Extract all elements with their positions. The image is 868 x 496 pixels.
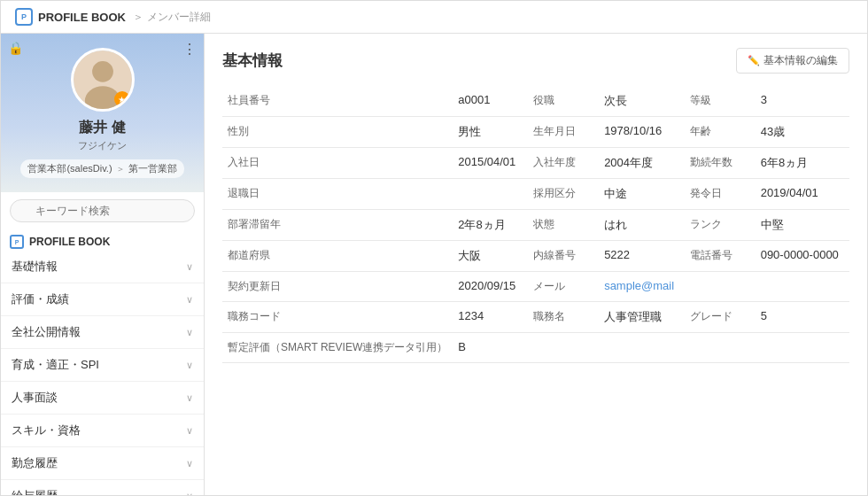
header-logo-label: PROFILE BOOK (38, 11, 126, 24)
value-cell (453, 179, 528, 210)
sidebar-item-label-7: 給与履歴 (12, 488, 58, 495)
value-cell: 5222 (599, 241, 685, 272)
value-cell: 2004年度 (599, 148, 685, 179)
sidebar-logo-icon: P (10, 235, 24, 249)
label-cell: 生年月日 (528, 117, 599, 148)
value-cell: 5 (756, 302, 849, 333)
value-cell: はれ (599, 210, 685, 241)
dept1-label: 営業本部(salesDiv.) (27, 162, 112, 175)
breadcrumb-separator: ＞ (133, 10, 143, 25)
value-cell: 2年8ヵ月 (453, 210, 528, 241)
value-cell: 2020/09/15 (453, 272, 528, 302)
label-cell: 電話番号 (685, 241, 756, 272)
chevron-down-icon-4: ∨ (186, 392, 193, 404)
value-cell: 6年8ヵ月 (756, 148, 849, 179)
sidebar-item-skill[interactable]: スキル・資格 ∨ (1, 415, 204, 447)
info-table: 社員番号 a0001 役職 次長 等級 3 性別 男性 生年月日 1978/10… (222, 86, 849, 363)
dept-arrow: ＞ (116, 163, 125, 175)
table-row: 契約更新日 2020/09/15 メール sample@mail (222, 272, 849, 302)
value-cell: 090-0000-0000 (756, 241, 849, 272)
label-cell: 状態 (528, 210, 599, 241)
value-cell: sample@mail (599, 272, 685, 302)
table-row: 性別 男性 生年月日 1978/10/16 年齢 43歳 (222, 117, 849, 148)
label-cell: メール (528, 272, 599, 302)
label-cell (685, 272, 756, 302)
value-cell: 中堅 (756, 210, 849, 241)
sidebar-item-label-6: 勤怠履歴 (12, 455, 58, 471)
sidebar-item-label-3: 育成・適正・SPI (12, 357, 99, 373)
value-cell (756, 333, 849, 363)
label-cell: 等級 (685, 86, 756, 117)
value-cell: B (453, 333, 528, 363)
label-cell (528, 333, 599, 363)
label-cell: グレード (685, 302, 756, 333)
edit-basic-info-button[interactable]: ✏️ 基本情報の編集 (736, 48, 849, 74)
breadcrumb-item: メンバー詳細 (147, 10, 211, 25)
search-box: 🔍 (1, 192, 204, 229)
sidebar-logo: P PROFILE BOOK (1, 229, 204, 251)
label-cell: 退職日 (222, 179, 453, 210)
value-cell: 1978/10/16 (599, 117, 685, 148)
sidebar-item-kyuyo[interactable]: 給与履歴 ∨ (1, 480, 204, 495)
table-row: 都道府県 大阪 内線番号 5222 電話番号 090-0000-0000 (222, 241, 849, 272)
label-cell: 都道府県 (222, 241, 453, 272)
label-cell: 入社日 (222, 148, 453, 179)
label-cell: 発令日 (685, 179, 756, 210)
sidebar-item-kisojohо[interactable]: 基礎情報 ∨ (1, 251, 204, 283)
label-cell: 社員番号 (222, 86, 453, 117)
main-content: 🔒 ⋮ ★ 藤井 健 フジイケン 営業本部(salesDiv.) ＞ 第 (1, 34, 867, 495)
search-wrapper: 🔍 (10, 199, 195, 222)
label-cell: ランク (685, 210, 756, 241)
label-cell: 職務名 (528, 302, 599, 333)
sidebar-item-hyouka[interactable]: 評価・成績 ∨ (1, 283, 204, 316)
chevron-down-icon-3: ∨ (186, 360, 193, 371)
label-cell: 職務コード (222, 302, 453, 333)
table-row: 入社日 2015/04/01 入社年度 2004年度 勤続年数 6年8ヵ月 (222, 148, 849, 179)
value-cell: 2015/04/01 (453, 148, 528, 179)
value-cell: 男性 (453, 117, 528, 148)
label-cell: 採用区分 (528, 179, 599, 210)
value-cell: 1234 (453, 302, 528, 333)
sidebar-item-zensya[interactable]: 全社公開情報 ∨ (1, 316, 204, 349)
label-cell (685, 333, 756, 363)
sidebar-item-jinjimen[interactable]: 人事面談 ∨ (1, 382, 204, 415)
chevron-down-icon-1: ∨ (186, 294, 193, 306)
lock-icon: 🔒 (8, 41, 23, 55)
value-cell: a0001 (453, 86, 528, 117)
table-row: 暫定評価（SMART REVIEW連携データ引用） B (222, 333, 849, 363)
search-input[interactable] (10, 199, 195, 222)
app-container: P PROFILE BOOK ＞ メンバー詳細 🔒 ⋮ (0, 0, 868, 496)
label-cell: 入社年度 (528, 148, 599, 179)
chevron-down-icon-0: ∨ (186, 261, 193, 273)
value-cell: 大阪 (453, 241, 528, 272)
chevron-down-icon-6: ∨ (186, 458, 193, 469)
chevron-down-icon-7: ∨ (186, 491, 193, 496)
sidebar-item-ikusei[interactable]: 育成・適正・SPI ∨ (1, 349, 204, 382)
sidebar-item-kintai[interactable]: 勤怠履歴 ∨ (1, 447, 204, 480)
email-link[interactable]: sample@mail (604, 279, 674, 292)
more-icon[interactable]: ⋮ (182, 41, 197, 58)
sidebar: 🔒 ⋮ ★ 藤井 健 フジイケン 営業本部(salesDiv.) ＞ 第 (1, 34, 205, 495)
value-cell: 次長 (599, 86, 685, 117)
sidebar-item-label-2: 全社公開情報 (12, 324, 81, 340)
value-cell (599, 333, 685, 363)
edit-button-label: 基本情報の編集 (763, 53, 838, 68)
sidebar-item-label-1: 評価・成績 (12, 291, 69, 307)
sidebar-item-label-0: 基礎情報 (12, 259, 58, 275)
chevron-down-icon-5: ∨ (186, 425, 193, 437)
edit-icon: ✏️ (748, 55, 760, 66)
dept2-label: 第一営業部 (128, 162, 177, 175)
label-cell: 性別 (222, 117, 453, 148)
label-cell: 内線番号 (528, 241, 599, 272)
sidebar-item-label-5: スキル・資格 (12, 422, 81, 438)
avatar: ★ (71, 48, 135, 112)
label-cell: 役職 (528, 86, 599, 117)
header-logo: P PROFILE BOOK (15, 8, 126, 26)
value-cell (756, 272, 849, 302)
label-cell: 暫定評価（SMART REVIEW連携データ引用） (222, 333, 453, 363)
profile-dept: 営業本部(salesDiv.) ＞ 第一営業部 (20, 159, 183, 178)
section-header: 基本情報 ✏️ 基本情報の編集 (222, 48, 849, 74)
section-title: 基本情報 (222, 50, 283, 71)
svg-point-1 (92, 61, 113, 82)
profile-kana: フジイケン (78, 139, 127, 152)
